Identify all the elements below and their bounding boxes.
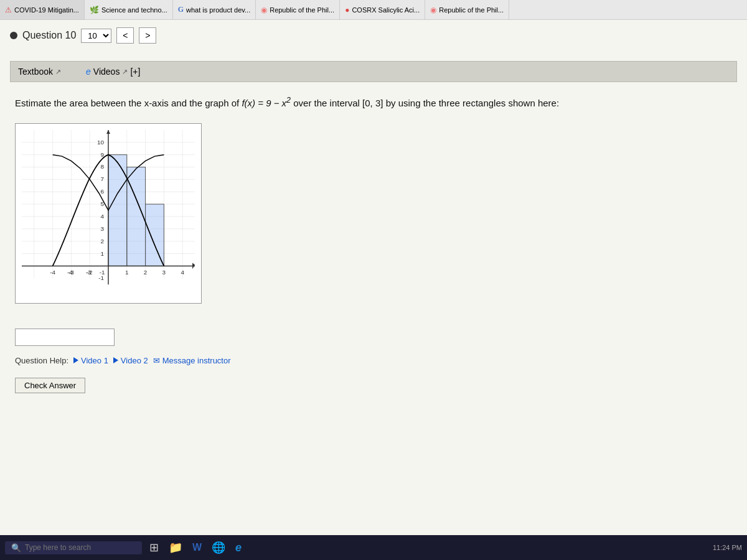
textbook-ext-icon: ↗ <box>55 68 61 76</box>
rectangle-1 <box>108 154 127 266</box>
taskbar: 🔍 ⊞ 📁 W 🌐 e 11:24 PM <box>0 535 747 560</box>
x-tick-n3: -3 <box>68 269 74 276</box>
taskbar-search-bar[interactable]: 🔍 <box>5 541 142 554</box>
main-content: Question 10 10 < > Textbook ↗ e Videos ↗… <box>0 20 747 535</box>
check-answer-area: Check Answer <box>15 373 732 393</box>
check-answer-button[interactable]: Check Answer <box>15 378 85 393</box>
video1-link[interactable]: Video 1 <box>73 356 108 365</box>
tab-icon-product: G <box>178 5 184 14</box>
x-tick-n4: -4 <box>50 269 55 276</box>
x-tick-2: 2 <box>144 269 148 276</box>
search-icon: 🔍 <box>11 543 21 553</box>
x-tick-4: 4 <box>181 269 184 276</box>
play-icon-1 <box>73 357 78 363</box>
video2-link[interactable]: Video 2 <box>113 356 148 365</box>
tab-label-covid: COVID-19 Mitigatin... <box>14 6 79 14</box>
y-tick-10: 10 <box>97 138 105 145</box>
tab-covid[interactable]: ⚠ COVID-19 Mitigatin... <box>0 0 85 19</box>
question-text: Estimate the area between the x-axis and… <box>15 95 732 111</box>
y-tick-7: 7 <box>101 175 105 182</box>
tab-label-republic2: Republic of the Phil... <box>439 6 504 14</box>
x-tick-n2: -2 <box>87 269 93 276</box>
tab-republic2[interactable]: ◉ Republic of the Phil... <box>425 0 509 19</box>
video2-label: Video 2 <box>121 356 148 365</box>
help-label: Question Help: <box>15 356 68 365</box>
message-instructor-link[interactable]: ✉ Message instructor <box>153 356 231 365</box>
toolbar: Textbook ↗ e Videos ↗ [+] <box>10 61 737 82</box>
tab-label-science: Science and techno... <box>101 6 167 14</box>
help-section: Question Help: Video 1 Video 2 ✉ Message… <box>15 356 732 365</box>
tab-label-cosrx: COSRX Salicylic Aci... <box>352 6 420 14</box>
tab-republic1[interactable]: ◉ Republic of the Phil... <box>256 0 340 19</box>
video1-label: Video 1 <box>81 356 108 365</box>
question-label: Question 10 <box>22 30 76 41</box>
answer-input[interactable] <box>15 329 115 346</box>
message-label: Message instructor <box>162 356 231 365</box>
taskbar-ie-icon[interactable]: e <box>233 541 244 554</box>
videos-icon: e <box>86 67 91 77</box>
play-icon-2 <box>113 357 118 363</box>
y-tick-5: 5 <box>101 200 105 207</box>
y-tick-1: 1 <box>101 250 105 256</box>
taskbar-chrome-icon[interactable]: 🌐 <box>209 541 228 554</box>
taskbar-grid-icon[interactable]: ⊞ <box>147 541 161 554</box>
graph-svg: .grid { stroke: #ddd; stroke-width: 0.5;… <box>15 123 202 304</box>
tab-cosrx[interactable]: ● COSRX Salicylic Aci... <box>340 0 425 19</box>
next-question-button[interactable]: > <box>139 27 156 44</box>
tab-icon-science: 🌿 <box>90 6 99 14</box>
question-function: f(x) = 9 − x2 <box>242 98 291 108</box>
question-bar: Question 10 10 < > <box>10 27 737 51</box>
y-tick-neg1: -1 <box>98 274 104 281</box>
y-tick-6: 6 <box>101 188 105 195</box>
taskbar-time: 11:24 PM <box>713 544 742 551</box>
question-text-part2: over the interval [0, 3] by using the th… <box>291 98 559 108</box>
tab-product[interactable]: G what is product dev... <box>173 0 256 19</box>
y-tick-2: 2 <box>101 237 105 244</box>
x-tick-3: 3 <box>162 269 166 276</box>
rectangle-2 <box>127 167 146 266</box>
textbook-label: Textbook <box>18 67 53 77</box>
question-dot <box>10 32 17 39</box>
rectangle-3 <box>146 204 164 266</box>
y-tick-4: 4 <box>101 212 105 219</box>
tab-icon-republic1: ◉ <box>261 6 267 14</box>
answer-area <box>15 329 732 346</box>
question-content: Estimate the area between the x-axis and… <box>10 95 737 393</box>
tab-science[interactable]: 🌿 Science and techno... <box>85 0 173 19</box>
question-text-part1: Estimate the area between the x-axis and… <box>15 98 242 108</box>
prev-question-button[interactable]: < <box>116 27 134 44</box>
taskbar-word-icon[interactable]: W <box>190 542 204 553</box>
tab-label-product: what is product dev... <box>186 6 250 14</box>
videos-ext-icon: ↗ <box>122 68 128 76</box>
taskbar-folder-icon[interactable]: 📁 <box>166 541 185 554</box>
tab-label-republic1: Republic of the Phil... <box>270 6 334 14</box>
y-tick-8: 8 <box>101 163 105 170</box>
x-tick-1: 1 <box>125 269 129 276</box>
message-icon: ✉ <box>153 356 160 365</box>
tab-icon-covid: ⚠ <box>5 6 12 14</box>
videos-extra: [+] <box>130 67 140 77</box>
taskbar-search-input[interactable] <box>25 543 131 552</box>
videos-link[interactable]: e Videos ↗ [+] <box>86 67 140 77</box>
y-tick-3: 3 <box>101 225 105 231</box>
question-dropdown[interactable]: 10 <box>81 29 111 43</box>
tab-icon-cosrx: ● <box>345 6 349 14</box>
videos-label: Videos <box>93 67 120 77</box>
y-tick-9: 9 <box>101 151 105 157</box>
textbook-link[interactable]: Textbook ↗ <box>18 67 61 77</box>
y-axis-arrow <box>106 129 110 133</box>
graph-container: .grid { stroke: #ddd; stroke-width: 0.5;… <box>15 123 202 306</box>
tab-icon-republic2: ◉ <box>430 6 436 14</box>
tab-bar: ⚠ COVID-19 Mitigatin... 🌿 Science and te… <box>0 0 747 20</box>
